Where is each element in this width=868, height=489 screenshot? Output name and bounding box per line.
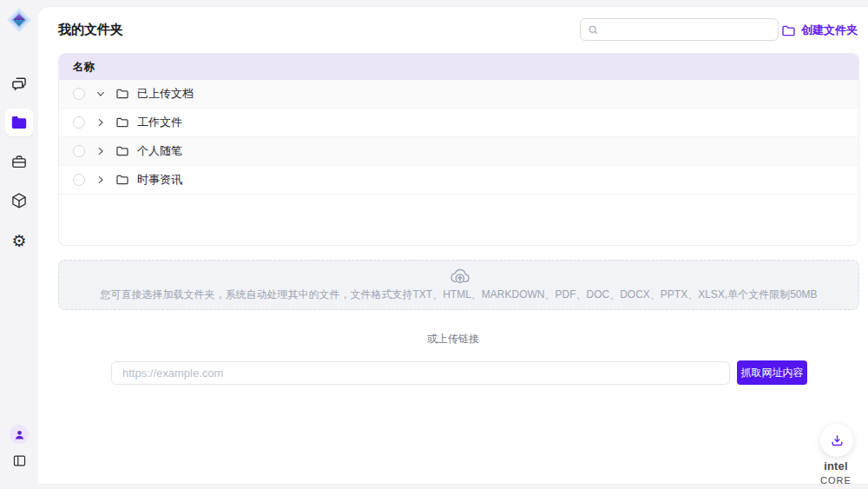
folder-row[interactable]: 已上传文档 xyxy=(59,80,858,109)
sidebar-item-models[interactable] xyxy=(5,187,33,215)
folder-name: 个人随笔 xyxy=(137,143,182,159)
folder-icon xyxy=(116,146,128,156)
briefcase-icon xyxy=(10,154,28,170)
name-column-header: 名称 xyxy=(73,60,95,75)
create-folder-label: 创建文件夹 xyxy=(801,23,858,38)
main-panel: 我的文件夹 创建文件夹 名称 xyxy=(38,7,868,484)
chevron-icon[interactable] xyxy=(96,175,105,184)
folder-rows: 已上传文档 工作文件 xyxy=(59,80,858,195)
gear-icon: ⚙ xyxy=(11,233,26,249)
folder-name: 已上传文档 xyxy=(137,86,194,102)
download-fab-button[interactable] xyxy=(820,424,853,457)
folder-active-icon xyxy=(11,116,27,129)
intel-core-badge: intel CORE ULTRA xyxy=(807,459,865,489)
intel-core-text: CORE xyxy=(820,475,852,486)
sidebar-item-folders[interactable] xyxy=(5,109,33,136)
folder-row[interactable]: 工作文件 xyxy=(59,109,858,137)
table-header-row: 名称 xyxy=(59,54,858,80)
create-folder-button[interactable]: 创建文件夹 xyxy=(782,23,858,38)
row-checkbox[interactable] xyxy=(73,116,85,129)
page-title: 我的文件夹 xyxy=(58,22,123,38)
upload-dropzone[interactable]: 您可直接选择加载文件夹，系统自动处理其中的文件，文件格式支持TXT、HTML、M… xyxy=(58,260,859,310)
folder-icon xyxy=(116,89,128,99)
sidebar: ⚙ xyxy=(0,0,38,489)
folder-row[interactable]: 个人随笔 xyxy=(59,137,858,166)
fetch-url-button[interactable]: 抓取网址内容 xyxy=(737,360,807,385)
folder-name: 工作文件 xyxy=(137,115,182,130)
collapse-sidebar-button[interactable] xyxy=(8,449,30,472)
upload-hint-text: 您可直接选择加载文件夹，系统自动处理其中的文件，文件格式支持TXT、HTML、M… xyxy=(100,287,817,302)
sidebar-item-settings[interactable]: ⚙ xyxy=(5,227,33,254)
folder-icon xyxy=(116,117,128,128)
cloud-upload-icon xyxy=(449,268,470,285)
url-input[interactable] xyxy=(111,361,730,385)
chevron-icon[interactable] xyxy=(96,147,105,155)
folder-plus-icon xyxy=(782,25,795,36)
search-box[interactable] xyxy=(580,18,779,41)
folder-row[interactable]: 时事资讯 xyxy=(59,166,858,195)
folder-icon xyxy=(116,175,128,185)
diamond-logo-icon xyxy=(6,7,32,33)
folder-table: 名称 已上传文档 xyxy=(58,53,859,246)
intel-brand-text: intel xyxy=(824,459,848,472)
or-upload-link-label: 或上传链接 xyxy=(38,332,868,347)
row-checkbox[interactable] xyxy=(73,145,85,157)
chat-icon xyxy=(10,75,28,92)
person-icon xyxy=(14,429,25,440)
row-checkbox[interactable] xyxy=(73,88,85,100)
row-checkbox[interactable] xyxy=(73,174,85,186)
cube-icon xyxy=(10,192,28,209)
user-avatar[interactable] xyxy=(10,425,29,444)
app-logo[interactable] xyxy=(6,7,32,33)
panel-collapse-icon xyxy=(12,453,27,468)
chevron-icon[interactable] xyxy=(96,89,105,98)
search-icon xyxy=(588,24,599,36)
chevron-icon[interactable] xyxy=(96,118,105,127)
download-icon xyxy=(830,433,845,448)
folder-name: 时事资讯 xyxy=(137,172,182,188)
search-input[interactable] xyxy=(604,23,771,36)
sidebar-item-chat[interactable] xyxy=(5,69,33,97)
sidebar-item-toolbox[interactable] xyxy=(5,148,33,175)
